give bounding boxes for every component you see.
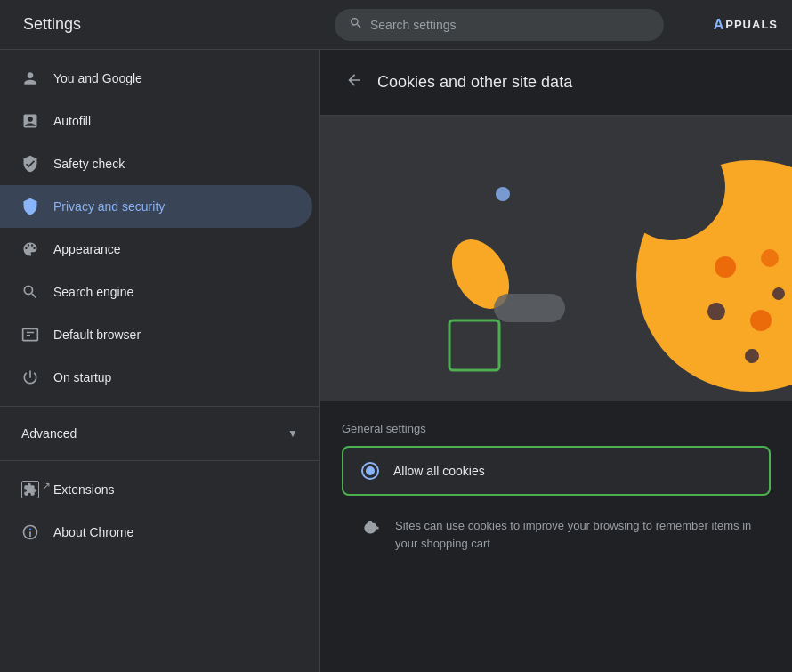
extensions-icon: ↗ [21,481,39,498]
sidebar-item-safety-check[interactable]: Safety check [0,142,312,185]
autofill-icon [21,112,39,130]
sidebar-label-about-chrome: About Chrome [53,525,133,539]
general-settings-title: General settings [342,422,771,435]
content-header: Cookies and other site data [320,50,792,116]
privacy-icon [21,198,39,215]
sidebar-divider [0,406,319,407]
sidebar-item-autofill[interactable]: Autofill [0,100,312,142]
external-link-icon: ↗ [42,480,51,492]
sidebar-label-on-startup: On startup [53,370,111,385]
sidebar-item-extensions[interactable]: ↗ Extensions [0,468,319,511]
allow-all-cookies-label: Allow all cookies [393,464,485,478]
svg-point-10 [750,310,772,331]
sidebar-section-advanced[interactable]: Advanced ▼ [0,414,319,453]
search-engine-icon [21,283,39,301]
svg-point-11 [761,249,779,267]
chevron-down-icon: ▼ [287,427,298,440]
search-container[interactable] [335,9,664,41]
main-layout: You and Google Autofill Safety check [0,50,792,672]
header: Settings A PPUALS [0,0,792,50]
sidebar-item-on-startup[interactable]: On startup [0,356,312,399]
svg-point-3 [496,187,510,201]
sidebar-item-about-chrome[interactable]: About Chrome [0,511,312,554]
sidebar-label-privacy-security: Privacy and security [53,199,165,214]
person-icon [21,69,39,87]
sidebar-label-search-engine: Search engine [53,285,133,299]
sidebar-label-extensions: Extensions [53,482,114,497]
safety-icon [21,155,39,173]
about-chrome-icon [21,523,39,541]
sidebar-divider-2 [0,460,319,461]
content-area: Cookies and other site data [320,50,792,672]
search-input[interactable] [370,18,650,32]
sidebar-item-search-engine[interactable]: Search engine [0,271,312,313]
radio-selected-indicator [366,466,375,475]
appearance-icon [21,240,39,258]
sidebar-item-default-browser[interactable]: Default browser [0,313,312,356]
cookie-description-text: Sites can use cookies to improve your br… [395,517,753,552]
general-settings-section: General settings Allow all cookies Sites… [320,401,792,563]
sidebar-label-default-browser: Default browser [53,328,141,342]
logo-area: A PPUALS [671,17,778,33]
content-page-title: Cookies and other site data [377,73,572,92]
svg-rect-5 [494,294,565,322]
sidebar-item-privacy-security[interactable]: Privacy and security [0,185,312,228]
back-button[interactable] [342,68,367,97]
sidebar-label-safety-check: Safety check [53,157,125,171]
sidebar-item-appearance[interactable]: Appearance [0,228,312,271]
default-browser-icon [21,326,39,344]
allow-all-cookies-option[interactable]: Allow all cookies [342,446,771,496]
settings-title: Settings [14,15,335,34]
sidebar-label-autofill: Autofill [53,114,91,128]
svg-point-1 [29,528,32,530]
cookie-description: Sites can use cookies to improve your br… [342,506,771,563]
on-startup-icon [21,368,39,386]
search-icon [349,16,363,34]
sidebar-label-appearance: Appearance [53,242,121,256]
svg-point-9 [715,256,736,278]
advanced-label: Advanced [21,426,77,441]
radio-button-allow-all[interactable] [361,462,379,480]
sidebar-item-you-and-google[interactable]: You and Google [0,57,312,100]
cookie-small-icon [360,517,381,538]
sidebar: You and Google Autofill Safety check [0,50,320,672]
cookie-illustration [320,116,792,401]
svg-point-8 [618,134,725,240]
sidebar-label-you-and-google: You and Google [53,71,142,85]
